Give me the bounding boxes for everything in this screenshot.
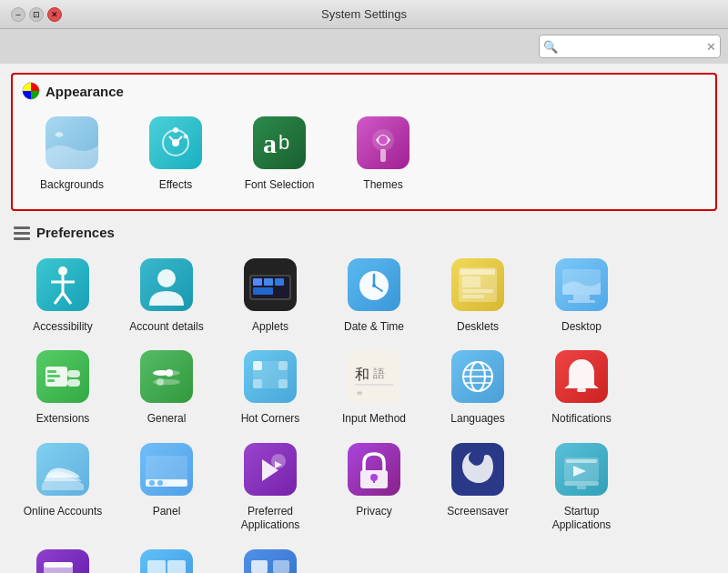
applets-icon (244, 258, 297, 315)
svg-rect-87 (167, 480, 186, 486)
icon-item-windows[interactable]: Windows (13, 542, 113, 573)
svg-point-26 (157, 269, 176, 287)
icon-item-applets[interactable]: Applets (220, 251, 320, 340)
search-input[interactable] (561, 40, 706, 53)
icon-item-font-selection[interactable]: a b Font Selection (229, 109, 329, 198)
svg-rect-41 (460, 269, 495, 275)
icon-item-notifications[interactable]: Notifications (531, 343, 632, 432)
extensions-label: Extensions (36, 412, 90, 427)
icon-item-themes[interactable]: Themes (333, 109, 433, 198)
minimize-button[interactable]: – (11, 7, 25, 22)
svg-rect-48 (568, 300, 595, 303)
languages-label: Languages (450, 412, 504, 427)
icon-item-workspaces[interactable]: Workspaces (220, 542, 320, 573)
icon-item-effects[interactable]: Effects (126, 109, 226, 198)
general-icon (140, 350, 193, 407)
icon-item-hot-corners[interactable]: Hot Corners (220, 343, 320, 432)
online-accounts-icon (36, 443, 89, 499)
themes-icon (357, 116, 410, 173)
input-method-icon: 和 語 ＝ (348, 350, 400, 407)
svg-rect-15 (380, 149, 386, 162)
search-wrapper: 🔍 ✕ (539, 35, 721, 58)
icon-item-desktop[interactable]: Desktop (531, 251, 632, 340)
date-time-icon (348, 258, 400, 315)
appearance-section: Appearance Backgrounds (11, 73, 717, 211)
icon-item-screensaver[interactable]: Screensaver (428, 436, 528, 538)
panel-label: Panel (153, 505, 181, 519)
svg-rect-106 (147, 560, 166, 573)
backgrounds-label: Backgrounds (40, 178, 104, 193)
effects-label: Effects (159, 178, 192, 193)
svg-rect-67 (278, 379, 288, 388)
search-clear-icon[interactable]: ✕ (706, 40, 716, 54)
svg-rect-80 (577, 388, 586, 392)
privacy-label: Privacy (356, 505, 391, 519)
icon-item-window-tiling[interactable]: Window Tiling (116, 542, 217, 573)
icon-item-input-method[interactable]: 和 語 ＝ Input Method (324, 343, 424, 432)
svg-rect-33 (253, 287, 273, 295)
desklets-label: Desklets (457, 320, 499, 335)
icon-item-panel[interactable]: Panel (116, 436, 217, 538)
appearance-grid: Backgrounds Effects a b (22, 109, 706, 198)
notifications-icon (555, 350, 608, 407)
icon-item-accessibility[interactable]: Accessibility (13, 251, 113, 340)
desktop-icon (555, 258, 608, 315)
svg-text:a: a (263, 128, 277, 158)
preferred-applications-icon (244, 443, 297, 499)
titlebar: – ⊡ ✕ System Settings (0, 0, 728, 29)
icon-item-backgrounds[interactable]: Backgrounds (22, 109, 122, 198)
maximize-button[interactable]: ⊡ (29, 7, 44, 22)
icon-item-desklets[interactable]: Desklets (428, 251, 528, 340)
svg-text:＝: ＝ (355, 387, 364, 397)
svg-rect-97 (566, 459, 597, 463)
font-selection-label: Font Selection (245, 178, 315, 193)
preferences-section: Preferences Accessibility (11, 224, 717, 573)
icon-item-startup-applications[interactable]: Startup Applications (531, 436, 632, 538)
icon-item-account-details[interactable]: Account details (116, 251, 217, 340)
languages-icon (451, 350, 504, 407)
icon-item-extensions[interactable]: Extensions (13, 343, 113, 432)
svg-text:b: b (278, 131, 289, 154)
svg-rect-44 (462, 295, 484, 298)
svg-rect-93 (373, 478, 375, 483)
applets-label: Applets (252, 320, 288, 335)
svg-rect-53 (47, 370, 56, 373)
notifications-label: Notifications (551, 412, 611, 427)
icon-item-languages[interactable]: Languages (428, 343, 528, 432)
svg-rect-111 (273, 560, 289, 573)
svg-text:語: 語 (373, 367, 385, 380)
accessibility-label: Accessibility (33, 320, 92, 335)
svg-rect-83 (146, 456, 187, 483)
svg-rect-56 (140, 350, 193, 403)
svg-rect-110 (251, 560, 268, 573)
appearance-icon (22, 82, 40, 100)
preferred-applications-label: Preferred Applications (224, 505, 317, 533)
svg-rect-31 (264, 278, 273, 286)
effects-icon (149, 116, 202, 173)
icon-item-online-accounts[interactable]: Online Accounts (13, 436, 113, 538)
screensaver-icon (451, 443, 504, 499)
panel-icon (140, 443, 193, 499)
svg-point-4 (173, 127, 178, 133)
desklets-icon (451, 258, 504, 315)
input-method-label: Input Method (342, 412, 406, 427)
icon-item-general[interactable]: General (116, 343, 217, 432)
svg-rect-30 (253, 278, 262, 286)
windows-icon (36, 549, 89, 573)
icon-item-preferred-applications[interactable]: Preferred Applications (220, 436, 320, 538)
close-button[interactable]: ✕ (47, 7, 62, 22)
svg-rect-18 (14, 237, 30, 240)
icon-item-date-time[interactable]: Date & Time (324, 251, 424, 340)
svg-point-5 (184, 135, 188, 139)
privacy-icon (348, 443, 400, 499)
online-accounts-label: Online Accounts (24, 505, 103, 519)
preferences-icon (13, 224, 31, 242)
general-label: General (147, 412, 187, 427)
svg-rect-17 (14, 232, 30, 235)
icon-item-privacy[interactable]: Privacy (324, 436, 424, 538)
svg-rect-64 (253, 361, 262, 370)
svg-point-61 (157, 378, 164, 386)
window-title: System Settings (62, 7, 666, 21)
themes-label: Themes (363, 178, 402, 193)
preferences-grid: Accessibility Account details Applet (13, 251, 715, 573)
